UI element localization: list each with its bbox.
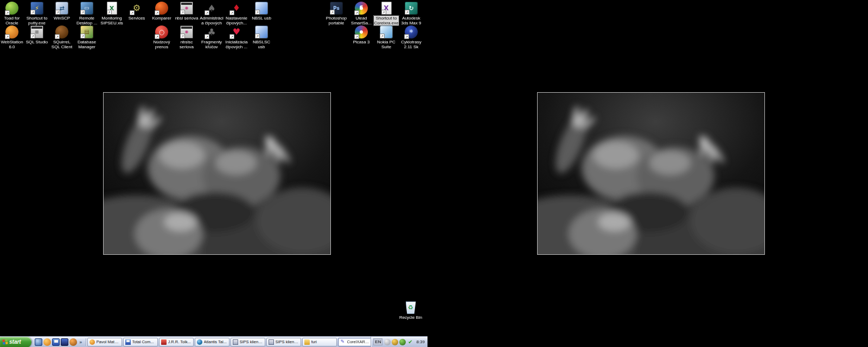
quicklaunch-blue-app-icon[interactable] [61, 338, 68, 346]
desktop-icon-nbslsc-seriova[interactable]: ◉↗nbslsc seriova [174, 25, 199, 49]
task-button-furi[interactable]: furi [302, 338, 337, 346]
window-titlebar [181, 27, 192, 29]
desktop-icon-squirrel-sql-client[interactable]: ↗SQuirreL SQL Client [49, 25, 74, 49]
green-check-tray-icon[interactable]: ✔ [407, 339, 413, 345]
recycle-bin-label: Recycle Bin [398, 315, 423, 320]
sql-studio-glyph-icon: ▦ [35, 30, 39, 34]
quicklaunch-firefox-icon[interactable] [69, 338, 77, 346]
webstation-icon: ↗ [5, 25, 18, 38]
desktop-icon-nbsl-usb[interactable]: ↗NBSL usb [249, 2, 274, 21]
desktop-icon-label: Services [124, 16, 149, 21]
task-button-label: Atlantis Tal... [204, 339, 227, 344]
cyklotrasy-icon: *↗ [405, 25, 418, 38]
shortcut-to-putty-glyph-icon: ⚡ [35, 5, 39, 11]
desktop-icon-fragmenty-klucov[interactable]: ♣↗Fragmenty kľúčov [199, 25, 224, 49]
desktop-icon-nbsl-seriova[interactable]: ◉↗nbsl seriova [174, 2, 199, 21]
quick-launch-overflow-chevron[interactable]: » [78, 339, 84, 345]
green-ball-tray-icon[interactable] [399, 339, 406, 345]
desktop-icon-winscp[interactable]: ⇄↗WinSCP [49, 2, 74, 21]
desktop-icon-shortcut-to-corelxra[interactable]: X↗Shortcut to Corelxra.exe [374, 2, 399, 25]
winscp-icon: ⇄↗ [55, 2, 68, 15]
shortcut-arrow-icon: ↗ [30, 10, 35, 15]
desktop-icon-nudzovy-prenos[interactable]: ○↗Núdzový prenos [149, 25, 174, 49]
shortcut-to-corelxra-icon: X↗ [381, 2, 392, 15]
desktop-icon-ulead-smartsaver[interactable]: S↗Ulead SmartSa... [349, 2, 374, 25]
desktop-icon-services[interactable]: ⚙↗Services [124, 2, 149, 21]
shortcut-arrow-icon: ↗ [205, 34, 209, 39]
shortcut-arrow-icon: ↗ [229, 10, 234, 15]
desktop-icon-database-manager[interactable]: ▤↗Database Manager [74, 25, 99, 49]
globe-icon [197, 339, 202, 345]
desktop-icon-komparer[interactable]: ↗Komparer [149, 2, 174, 21]
desktop-icon-toad-for-oracle[interactable]: ↗Toad for Oracle Versi... [0, 2, 24, 26]
desktop-icon-label: SQL Studio [24, 40, 49, 44]
shortcut-arrow-icon: ↗ [80, 34, 85, 38]
desktop-icon-label: Komparer [149, 16, 174, 21]
task-button-atlantis-tal[interactable]: Atlantis Tal... [195, 338, 229, 346]
gold-ball-tray-icon[interactable] [392, 339, 398, 345]
window-titlebar [31, 27, 42, 29]
desktop-icon-monitoring-sipseu-xls[interactable]: X↗Monitoring SIPSEU.xls [99, 2, 124, 25]
task-button-label: SIPS klient ... [240, 339, 263, 344]
shortcut-arrow-icon: ↗ [354, 10, 359, 15]
nastavenie-cipovych-icon: ♦↗ [230, 2, 243, 15]
desktop-icon-inicializacia-cipovych[interactable]: ♥↗Inicializácia čipových ... [224, 25, 249, 49]
taskbar-clock[interactable]: 8:39 [416, 339, 425, 344]
wallpaper-image-right [537, 92, 765, 255]
quicklaunch-orange-ball-app-icon[interactable] [43, 338, 51, 346]
shortcut-arrow-icon: ↗ [381, 10, 386, 15]
desktop-icon-label: Toad for Oracle Versi... [0, 16, 24, 26]
nudzovy-prenos-icon: ○↗ [155, 25, 168, 38]
desktop-icon-nbslsc-usb[interactable]: ↗NBSLSC usb [249, 25, 274, 49]
shortcut-arrow-icon: ↗ [30, 34, 35, 38]
desktop-icon-shortcut-to-putty[interactable]: ⚡↗Shortcut to putty.exe [24, 2, 49, 25]
desktop-icon-webstation[interactable]: ↗WebStation 6.0 [0, 25, 24, 49]
desktop-icon-remote-desktop[interactable]: ▭↗Remote Desktop ... [74, 2, 99, 25]
desktop-screen: ↗Toad for Oracle Versi...⚡↗Shortcut to p… [0, 0, 868, 347]
shortcut-to-putty-icon: ⚡↗ [30, 2, 43, 15]
task-button-corelxara[interactable]: ✎CorelXARA... [338, 338, 371, 346]
nbslsc-seriova-icon: ◉↗ [180, 25, 193, 38]
picasa-3-icon: ↗ [355, 25, 368, 38]
desktop-icon-nastavenie-cipovych[interactable]: ♦↗Nastavenie čipových... [224, 2, 249, 25]
komparer-icon: ↗ [155, 2, 168, 15]
desktop-icon-label: Núdzový prenos [149, 40, 174, 49]
desktop-icon-label: Remote Desktop ... [74, 16, 99, 25]
language-indicator[interactable]: EN [373, 338, 382, 345]
start-button-label: start [9, 339, 21, 345]
task-button-pavol-mata[interactable]: Pavol Mata... [87, 338, 122, 346]
shortcut-arrow-icon: ↗ [55, 34, 60, 39]
remote-desktop-icon: ▭↗ [80, 2, 93, 15]
orange-ball-icon [90, 339, 95, 345]
shortcut-arrow-icon: ↗ [5, 34, 10, 39]
fragmenty-klucov-icon: ♣↗ [205, 25, 218, 38]
task-button-sips-klient[interactable]: SIPS klient ... [266, 338, 301, 346]
task-button-j-r-r-tolk[interactable]: J.R.R. Tolk... [159, 338, 194, 346]
desktop-icon-label: Picasa 3 [349, 40, 374, 44]
start-button[interactable]: start [0, 337, 31, 347]
shortcut-arrow-icon: ↗ [180, 10, 185, 15]
nbsl-usb-icon: ↗ [255, 2, 268, 15]
desktop-icon-sql-studio[interactable]: ▦↗SQL Studio [24, 25, 49, 44]
desktop-icon-nokia-pc-suite[interactable]: ↗Nokia PC Suite [374, 25, 399, 49]
desktop-icon-picasa-3[interactable]: ↗Picasa 3 [349, 25, 374, 44]
quicklaunch-internet-explorer-icon[interactable] [35, 338, 42, 346]
floppy-icon [125, 339, 131, 345]
desktop-icon-label: Fragmenty kľúčov [199, 40, 224, 49]
gray-ball-tray-icon[interactable] [384, 339, 391, 345]
task-button-sips-klient[interactable]: SIPS klient ... [231, 338, 265, 346]
shortcut-arrow-icon: ↗ [405, 10, 410, 15]
quicklaunch-total-commander-icon[interactable] [52, 338, 60, 346]
desktop-icon-label: Administrácia čipových k... [199, 16, 224, 26]
desktop-icon-autodesk-3ds-max[interactable]: ↻↗Autodesk 3ds Max 9 32-bit [399, 2, 424, 26]
desktop-icon-label: Autodesk 3ds Max 9 32-bit [399, 16, 424, 26]
task-button-total-com[interactable]: Total Com... [123, 338, 158, 346]
desktop-icon-photoshop-portable[interactable]: Ps↗Photoshop portable [324, 2, 349, 25]
desktop-icon-administracia-cipovych-kariet[interactable]: ♠↗Administrácia čipových k... [199, 2, 224, 26]
shortcut-arrow-icon: ↗ [130, 10, 135, 15]
photoshop-portable-icon: Ps↗ [330, 2, 343, 15]
desktop-icon-label: nbsl seriova [174, 16, 199, 21]
desktop-icon-cyklotrasy[interactable]: *↗Cyklotrasy 2.11 Sk [399, 25, 424, 49]
recycle-bin[interactable]: ♻ Recycle Bin [398, 301, 423, 320]
shortcut-arrow-icon: ↗ [354, 34, 359, 39]
